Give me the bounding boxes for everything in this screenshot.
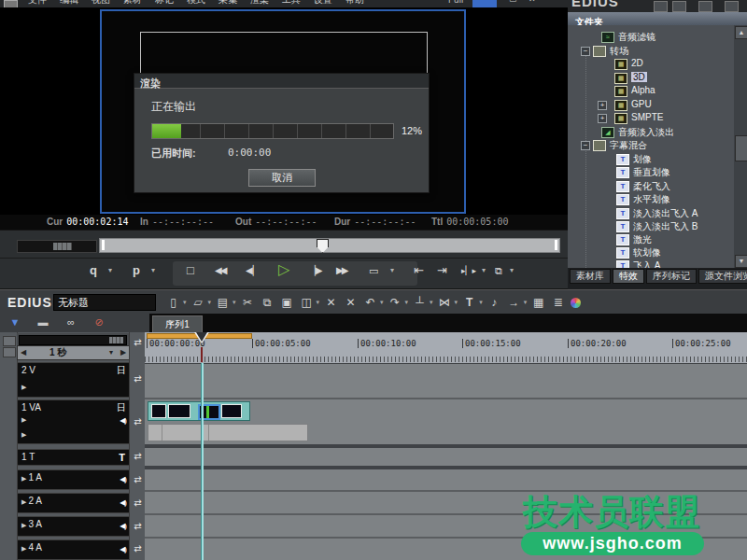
tree-item-wipe[interactable]: T 划像 bbox=[568, 152, 734, 165]
speaker-icon[interactable]: ◀) bbox=[120, 522, 126, 530]
insert-mode-icon[interactable]: ▼ bbox=[6, 316, 24, 328]
tree-item-horizontal-wipe[interactable]: T 水平划像 bbox=[568, 192, 734, 205]
menu-item-clip[interactable]: 素材 bbox=[123, 0, 142, 7]
scale-caret-icon[interactable]: ▾ bbox=[109, 346, 113, 358]
caret-icon[interactable]: ▾ bbox=[380, 299, 384, 306]
default-transition-icon[interactable]: ⋈ bbox=[438, 296, 452, 309]
tree-item-2d[interactable]: ▦ 2D bbox=[568, 57, 734, 70]
menu-item-mode[interactable]: 模式 bbox=[187, 0, 205, 7]
paste-icon[interactable]: ▣ bbox=[280, 296, 294, 309]
goto-out-icon[interactable]: ⇥ bbox=[437, 262, 447, 279]
fast-forward-icon[interactable]: ▶▶ bbox=[336, 262, 346, 279]
set-out-point-icon[interactable]: p bbox=[133, 262, 140, 279]
tree-item-gpu[interactable]: + ▦ GPU bbox=[568, 98, 734, 111]
tree-item-fly-a[interactable]: T 飞入 A bbox=[568, 259, 734, 268]
caret-icon[interactable]: ▾ bbox=[430, 299, 433, 306]
sequence-tab[interactable]: 序列1 bbox=[152, 315, 203, 333]
tree-item-fade-fly-b[interactable]: T 淡入淡出飞入 B bbox=[568, 219, 734, 232]
track-header-2v[interactable]: 2 V 日 ▶ bbox=[17, 362, 131, 398]
expand-icon[interactable]: + bbox=[598, 114, 607, 123]
palette-header-icon[interactable] bbox=[698, 1, 712, 12]
track-header-4a[interactable]: ▶4 A ◀) bbox=[17, 539, 131, 560]
va-clip-group[interactable] bbox=[148, 401, 250, 421]
track-expander-icon[interactable]: ▶ bbox=[21, 416, 26, 424]
save-project-icon[interactable]: ▤ bbox=[216, 296, 230, 309]
track-header-2a[interactable]: ▶2 A ◀) bbox=[17, 493, 131, 513]
caret-icon[interactable]: ▾ bbox=[455, 299, 458, 306]
menu-item-settings[interactable]: 设置 bbox=[314, 0, 332, 7]
tree-item-vertical-wipe[interactable]: T 垂直划像 bbox=[568, 165, 734, 178]
caret-icon[interactable]: ▾ bbox=[233, 299, 236, 306]
timescale-selector[interactable]: ◀ 1 秒 ▾ ▶ bbox=[17, 345, 131, 360]
play-around-caret-icon[interactable]: ▾ bbox=[482, 262, 486, 279]
position-playhead[interactable] bbox=[317, 239, 329, 253]
menu-item-marker[interactable]: 标记 bbox=[155, 0, 174, 7]
shuttle-slider[interactable] bbox=[17, 240, 97, 253]
tab-source-browser[interactable]: 源文件浏览 bbox=[698, 269, 747, 284]
redo-icon[interactable]: ↷ bbox=[388, 296, 402, 309]
speaker-icon[interactable]: ◀) bbox=[120, 498, 126, 507]
rewind-icon[interactable]: ◀◀ bbox=[215, 262, 225, 279]
tree-item-laser[interactable]: T 激光 bbox=[568, 232, 734, 245]
sync-toggle-icon[interactable]: ⇄ bbox=[132, 451, 144, 462]
ripple-delete-icon[interactable]: ✕ bbox=[344, 296, 358, 309]
tab-sequence-marker[interactable]: 序列标记 bbox=[646, 269, 697, 284]
cancel-button[interactable]: 取消 bbox=[248, 169, 316, 187]
goto-in-icon[interactable]: ⇤ bbox=[414, 262, 424, 279]
timeline-ruler[interactable]: 00:00:00:00 00:00:05:00 00:00:10:00 00:0… bbox=[145, 332, 747, 364]
palette-close-icon[interactable] bbox=[725, 1, 739, 12]
export-deck-icon[interactable]: ⧉ bbox=[495, 262, 502, 279]
speaker-icon[interactable]: ◀) bbox=[120, 416, 126, 425]
menu-item-help[interactable]: 帮助 bbox=[345, 0, 364, 7]
sync-mode-icon[interactable]: ⊘ bbox=[90, 316, 108, 329]
tree-item-soft-wipe[interactable]: T 软划像 bbox=[568, 245, 734, 259]
prev-frame-icon[interactable]: ◀▏ bbox=[246, 262, 260, 279]
track-expander-icon[interactable]: ▶ bbox=[21, 431, 26, 439]
video-enable-icon[interactable]: 日 bbox=[117, 401, 126, 414]
collapse-icon[interactable]: − bbox=[581, 47, 590, 56]
sync-toggle-icon[interactable]: ⇄ bbox=[132, 474, 144, 485]
timeline-clip[interactable] bbox=[151, 404, 166, 418]
keyboard-icon[interactable]: ▦ bbox=[531, 296, 545, 309]
scroll-down-icon[interactable]: ▼ bbox=[735, 255, 747, 268]
tab-bin[interactable]: 素材库 bbox=[570, 269, 611, 284]
collapse-icon[interactable]: − bbox=[581, 141, 590, 150]
track-expander-icon[interactable]: ▶ bbox=[21, 498, 26, 505]
caret-icon[interactable]: ▾ bbox=[405, 299, 409, 306]
scroll-up-icon[interactable]: ▲ bbox=[735, 26, 747, 39]
palette-header-icon[interactable] bbox=[654, 1, 668, 12]
tree-item-smpte[interactable]: + ▦ SMPTE bbox=[568, 111, 734, 124]
menu-item-edit[interactable]: 编辑 bbox=[60, 0, 78, 7]
new-project-icon[interactable]: ▯ bbox=[166, 296, 180, 309]
timeline-clip[interactable] bbox=[221, 404, 242, 418]
mixer-icon[interactable]: ≣ bbox=[551, 296, 565, 309]
sync-toggle-icon[interactable]: ⇄ bbox=[132, 416, 144, 427]
tree-item-title-mixer[interactable]: − 字幕混合 bbox=[568, 138, 734, 151]
export-deck-caret-icon[interactable]: ▾ bbox=[510, 262, 514, 279]
window-icon[interactable] bbox=[4, 0, 18, 7]
title-icon[interactable]: T bbox=[462, 296, 476, 309]
set-in-caret-icon[interactable]: ▾ bbox=[108, 262, 112, 279]
timeline-zoom-slider[interactable] bbox=[19, 335, 127, 345]
track-header-1t[interactable]: 1 T T bbox=[17, 449, 131, 466]
play-icon[interactable]: ▷ bbox=[278, 262, 289, 277]
video-enable-icon[interactable]: 日 bbox=[117, 364, 126, 377]
menu-item-file[interactable]: 文件 bbox=[28, 0, 47, 7]
project-name-field[interactable]: 无标题 bbox=[53, 294, 156, 311]
set-in-point-icon[interactable]: q bbox=[90, 262, 97, 279]
next-frame-icon[interactable]: ▕▶ bbox=[308, 262, 322, 279]
scroll-thumb[interactable] bbox=[735, 135, 747, 161]
panel-toggle-icon[interactable] bbox=[3, 336, 16, 346]
tab-effects[interactable]: 特效 bbox=[613, 269, 644, 284]
track-expander-icon[interactable]: ▶ bbox=[21, 545, 26, 552]
palette-header-icon[interactable] bbox=[672, 1, 686, 12]
position-bar[interactable] bbox=[99, 238, 560, 253]
panel-toggle-icon[interactable] bbox=[3, 347, 16, 357]
tree-item-audio-filter[interactable]: ≈ 音频滤镜 bbox=[568, 30, 734, 43]
va-audio-bar[interactable] bbox=[148, 424, 308, 441]
track-expander-icon[interactable]: ▶ bbox=[21, 522, 26, 528]
loop-caret-icon[interactable]: ▾ bbox=[390, 262, 394, 279]
timeline-zoom-handle[interactable] bbox=[109, 337, 123, 343]
caret-icon[interactable]: ▾ bbox=[524, 299, 528, 306]
sync-toggle-icon[interactable]: ⇄ bbox=[132, 373, 144, 385]
